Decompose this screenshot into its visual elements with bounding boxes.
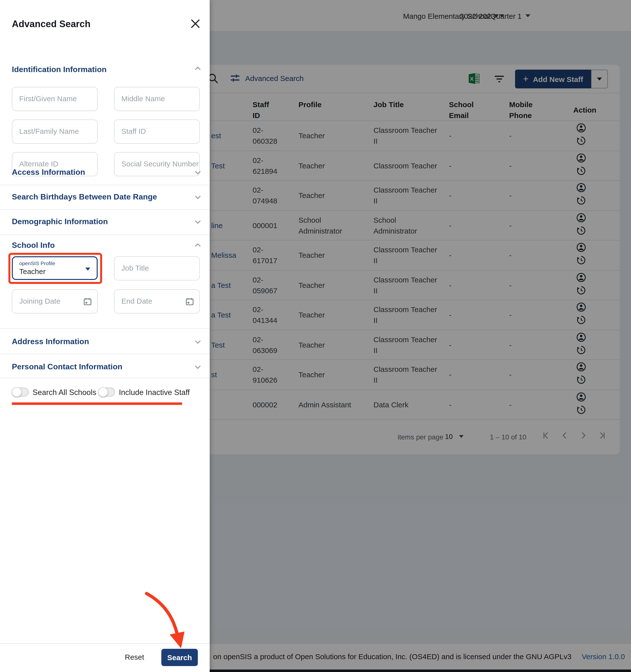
section-personal-contact-information[interactable]: Personal Contact Information <box>12 362 122 371</box>
chevron-down-icon[interactable] <box>194 217 202 226</box>
panel-title: Advanced Search <box>12 19 91 30</box>
search-all-schools-label: Search All Schools <box>32 388 97 397</box>
search-all-schools-toggle[interactable] <box>12 388 29 397</box>
advanced-search-panel: Advanced Search Identification Informati… <box>0 0 210 672</box>
opensis-profile-select[interactable]: openSIS Profile Teacher <box>12 256 98 280</box>
section-identification-information[interactable]: Identification Information <box>12 65 106 74</box>
chevron-down-icon[interactable] <box>194 168 202 177</box>
chevron-up-icon[interactable] <box>194 64 202 73</box>
section-search-birthdays[interactable]: Search Birthdays Between Date Range <box>12 193 157 201</box>
calendar-icon[interactable] <box>83 297 92 306</box>
alternate-id-placeholder: Alternate ID <box>19 160 58 168</box>
job-title-field[interactable]: Job Title <box>114 256 200 281</box>
toggle-knob <box>98 387 108 397</box>
opensis-profile-value: Teacher <box>19 267 46 275</box>
section-demographic-information[interactable]: Demographic Information <box>12 217 108 226</box>
middle-name-field[interactable]: Middle Name <box>114 87 200 111</box>
last-family-name-field[interactable]: Last/Family Name <box>12 119 98 144</box>
joining-date-field[interactable]: Joining Date <box>12 289 98 314</box>
chevron-down-icon[interactable] <box>194 193 202 201</box>
opensis-profile-label: openSIS Profile <box>19 260 55 266</box>
calendar-icon[interactable] <box>185 297 194 306</box>
first-given-name-field[interactable]: First/Given Name <box>12 87 98 111</box>
joining-date-placeholder: Joining Date <box>19 297 60 305</box>
staff-id-field[interactable]: Staff ID <box>114 119 200 144</box>
job-title-placeholder: Job Title <box>121 264 149 272</box>
chevron-up-icon[interactable] <box>194 241 202 250</box>
chevron-down-icon[interactable] <box>194 362 202 371</box>
end-date-field[interactable]: End Date <box>114 289 200 314</box>
staff-id-placeholder: Staff ID <box>121 127 146 135</box>
annotation-underline <box>12 402 182 405</box>
chevron-down-icon[interactable] <box>194 337 202 346</box>
include-inactive-staff-toggle[interactable] <box>99 388 115 397</box>
middle-name-placeholder: Middle Name <box>121 94 165 103</box>
search-button[interactable]: Search <box>161 649 198 666</box>
section-address-information[interactable]: Address Information <box>12 337 89 346</box>
social-security-number-field[interactable]: Social Security Number <box>114 152 200 176</box>
close-icon[interactable] <box>190 18 201 30</box>
end-date-placeholder: End Date <box>121 297 152 305</box>
toggle-knob <box>12 387 22 397</box>
first-given-name-placeholder: First/Given Name <box>19 94 77 103</box>
last-family-name-placeholder: Last/Family Name <box>19 127 79 135</box>
chevron-down-icon <box>85 268 90 270</box>
ssn-placeholder: Social Security Number <box>121 160 199 168</box>
screen: Mango Elementary School 2022-2023 Quarte… <box>0 0 631 672</box>
include-inactive-staff-label: Include Inactive Staff <box>119 388 190 397</box>
reset-button[interactable]: Reset <box>125 653 144 661</box>
section-access-information[interactable]: Access Information <box>12 168 85 177</box>
section-school-info[interactable]: School Info <box>12 241 55 250</box>
